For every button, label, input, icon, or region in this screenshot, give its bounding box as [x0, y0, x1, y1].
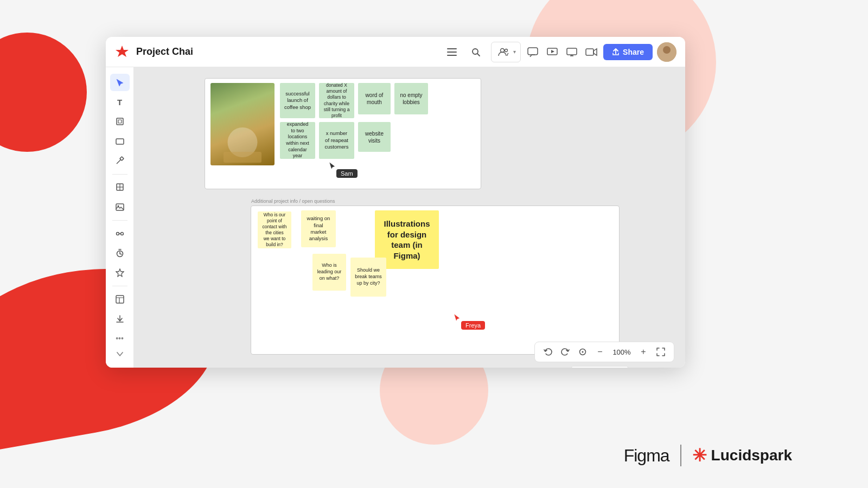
- frame-tool[interactable]: [110, 113, 130, 130]
- sidebar-divider-1: [112, 174, 127, 175]
- zoom-out-icon: −: [597, 348, 602, 356]
- user-avatar[interactable]: [657, 42, 676, 62]
- sticky-successful-launch: successful launch of coffee shop: [280, 83, 315, 118]
- connect-tool[interactable]: [110, 225, 130, 242]
- brand-divider: [680, 445, 681, 466]
- sticky-who-leading: Who is leading our on what?: [312, 254, 346, 291]
- svg-marker-0: [116, 46, 129, 57]
- sticky-no-empty-lobbies: no empty lobbies: [394, 83, 428, 114]
- share-label: Share: [623, 48, 644, 56]
- svg-point-16: [663, 46, 671, 54]
- project-title: Project Chai: [136, 46, 437, 57]
- zoom-in-button[interactable]: +: [637, 345, 650, 358]
- sticky-break-teams: Should we break teams up by city?: [350, 258, 386, 297]
- svg-rect-19: [116, 139, 124, 144]
- main-content: T: [106, 67, 685, 368]
- sticky-point-of-contact: Who is our point of contact with the cit…: [258, 211, 291, 248]
- svg-rect-3: [447, 55, 457, 56]
- figma-logo: Figma: [624, 446, 669, 466]
- svg-marker-10: [551, 50, 554, 53]
- sidebar-divider-2: [112, 220, 127, 221]
- lucidspark-name: Lucidspark: [711, 447, 792, 464]
- sticky-website-visits: website visits: [358, 122, 391, 152]
- bottom-branding: Figma ✳ Lucidspark: [624, 445, 792, 466]
- sticky-expanded: expanded to two locations within next ca…: [280, 122, 315, 159]
- zoom-level: 100%: [611, 348, 633, 356]
- svg-line-5: [477, 54, 480, 56]
- sticky-repeat-customers: x number of reapeat customers: [319, 122, 354, 159]
- sidebar-divider-3: [112, 286, 127, 286]
- menu-button[interactable]: [443, 43, 461, 61]
- sticky-donated: donated X amount of dollars to charity w…: [319, 83, 354, 118]
- lucidspark-star-icon: ✳: [692, 445, 707, 466]
- left-sidebar: T: [106, 67, 134, 368]
- svg-rect-1: [447, 48, 457, 49]
- timer-tool[interactable]: [110, 245, 130, 262]
- chat-icon[interactable]: [525, 44, 540, 60]
- import-tool[interactable]: [110, 310, 130, 328]
- people-chevron-icon[interactable]: ▾: [513, 49, 516, 55]
- lucidspark-logo: ✳ Lucidspark: [692, 445, 792, 466]
- crop-tool[interactable]: [110, 178, 130, 196]
- present-icon[interactable]: [545, 44, 560, 60]
- people-group: ▾: [491, 42, 521, 62]
- svg-rect-14: [586, 49, 593, 55]
- svg-rect-2: [447, 52, 457, 53]
- video-icon[interactable]: [584, 44, 599, 60]
- people-icon[interactable]: [496, 44, 511, 60]
- mini-chart: Revenue Focus: [571, 366, 628, 368]
- frame-2: Additional project info / open questions…: [251, 206, 620, 355]
- app-window: Project Chai: [106, 37, 685, 368]
- svg-rect-18: [118, 120, 122, 123]
- redo-button[interactable]: [559, 345, 572, 358]
- svg-marker-34: [116, 269, 124, 277]
- svg-rect-8: [528, 48, 538, 55]
- svg-rect-11: [567, 48, 577, 55]
- bg-red-circle: [0, 33, 87, 152]
- undo-button[interactable]: [541, 345, 554, 358]
- search-button[interactable]: [467, 43, 484, 61]
- svg-point-41: [582, 351, 584, 353]
- sidebar-collapse-button[interactable]: [110, 348, 130, 361]
- svg-rect-17: [117, 118, 123, 125]
- pen-tool[interactable]: [110, 152, 130, 169]
- svg-point-7: [505, 49, 508, 52]
- zoom-out-button[interactable]: −: [593, 345, 607, 358]
- share-button[interactable]: Share: [603, 44, 653, 60]
- frame-2-label: Additional project info / open questions: [251, 198, 335, 204]
- svg-point-27: [116, 232, 119, 235]
- text-tool[interactable]: T: [110, 93, 130, 111]
- svg-point-28: [120, 232, 123, 235]
- star-tool[interactable]: [110, 264, 130, 281]
- fullscreen-button[interactable]: [654, 345, 667, 358]
- canvas-area[interactable]: successful launch of coffee shop donated…: [134, 67, 685, 368]
- svg-line-32: [120, 254, 122, 254]
- bottom-controls: − 100% +: [534, 342, 674, 362]
- frame-1: successful launch of coffee shop donated…: [205, 78, 481, 189]
- center-button[interactable]: [576, 345, 589, 358]
- sam-cursor-label: Sam: [336, 169, 358, 178]
- zoom-in-icon: +: [641, 348, 646, 356]
- screen-icon[interactable]: [564, 44, 579, 60]
- sidebar-more-button[interactable]: •••: [110, 332, 130, 345]
- coffee-photo: [210, 83, 275, 165]
- app-logo-icon: [114, 44, 130, 60]
- right-toolbar: ▾: [491, 42, 676, 62]
- svg-rect-35: [116, 296, 124, 303]
- svg-line-20: [117, 159, 121, 164]
- image-tool[interactable]: [110, 198, 130, 216]
- sticky-waiting-market: waiting on final market analysis: [301, 210, 336, 247]
- shape-tool[interactable]: [110, 132, 130, 150]
- cursor-tool[interactable]: [110, 74, 130, 91]
- template-tool[interactable]: [110, 291, 130, 308]
- sticky-word-of-mouth: word of mouth: [358, 83, 391, 114]
- top-bar: Project Chai: [106, 37, 685, 67]
- freya-cursor-label: Freya: [461, 321, 485, 330]
